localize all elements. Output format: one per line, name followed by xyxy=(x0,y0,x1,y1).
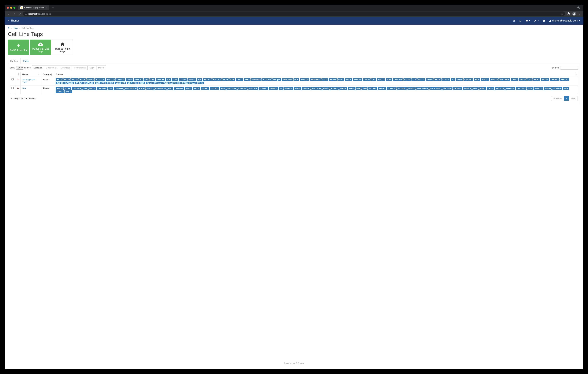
entry-tag[interactable]: HCE-4 xyxy=(345,78,352,81)
entry-tag[interactable]: OE19 xyxy=(222,78,229,81)
entry-tag[interactable]: HS940T xyxy=(201,87,209,90)
nav-upload[interactable] xyxy=(513,20,515,22)
entry-tag[interactable]: SCC9 xyxy=(321,78,328,81)
entry-tag[interactable]: KYSE-220 xyxy=(95,78,105,81)
tab-my-tags[interactable]: My Tags xyxy=(8,58,21,64)
entry-tag[interactable]: OACM5-1 xyxy=(550,78,559,81)
entry-tag[interactable]: OSC-20 xyxy=(56,82,64,84)
entry-tag[interactable]: OE33 xyxy=(172,78,178,81)
entry-tag[interactable]: KYSE-270 xyxy=(393,78,403,81)
entry-tag[interactable]: CP50-MEL-B xyxy=(154,87,167,90)
select-all-button[interactable]: Select all xyxy=(32,66,44,70)
entry-tag[interactable]: IGR37 xyxy=(348,87,355,90)
entry-tag[interactable]: CP67-MEL xyxy=(97,87,107,90)
browser-tab-active[interactable]: ⚡ Cell Line Tags | Thunor × xyxy=(18,5,49,10)
entry-tag[interactable]: COLO680N xyxy=(499,78,510,81)
entry-tag[interactable]: K2 xyxy=(279,87,283,90)
entry-tag[interactable]: GAK xyxy=(527,87,533,90)
entry-tag[interactable]: HN xyxy=(176,82,181,84)
entry-tag[interactable]: A375 xyxy=(220,87,226,90)
entry-tag[interactable]: COLO-783 xyxy=(311,87,322,90)
copy-button[interactable]: Copy xyxy=(87,66,96,70)
entry-tag[interactable]: WM115 xyxy=(88,87,96,90)
entry-tag[interactable]: C32 xyxy=(108,87,113,90)
minimize-window[interactable] xyxy=(10,7,12,9)
entry-tag[interactable]: FLO-1 xyxy=(337,78,344,81)
entry-tag[interactable]: PCI-4B xyxy=(519,78,527,81)
entry-tag[interactable]: KYAE-1 xyxy=(377,78,385,81)
th-entries[interactable]: Entries▲▼ xyxy=(54,72,578,77)
search-input[interactable] xyxy=(560,66,578,70)
entry-tag[interactable]: CP66-MEL xyxy=(174,87,184,90)
entry-tag[interactable]: SAS xyxy=(149,78,155,81)
entry-tag[interactable]: SKMEL3 xyxy=(269,87,278,90)
forward-button[interactable] xyxy=(12,12,16,16)
entry-tag[interactable]: SCC4 xyxy=(434,78,441,81)
entry-tag[interactable]: KYSE70 xyxy=(490,78,498,81)
entry-tag[interactable]: RVH421 xyxy=(330,87,339,90)
entry-tag[interactable]: BICR31 xyxy=(541,78,549,81)
entry-tag[interactable]: CAL33 xyxy=(126,78,133,81)
entry-tag[interactable]: PECAPJ15 xyxy=(83,82,94,84)
entry-tag[interactable]: LB2518-MEL xyxy=(429,87,442,90)
bookmark-star-icon[interactable]: ☆ xyxy=(561,13,563,15)
entry-tag[interactable]: HSC3 xyxy=(244,78,251,81)
entry-tag[interactable]: HMV-II xyxy=(322,87,330,90)
entry-tag[interactable]: A101D xyxy=(138,87,146,90)
entry-tag[interactable]: IGR1 xyxy=(167,87,173,90)
url-field[interactable]: ⓘ localhost/tags/cell_lines ☆ xyxy=(23,11,565,16)
entry-tag[interactable]: HSC2 xyxy=(79,78,86,81)
entry-tag[interactable]: Detroit562 xyxy=(251,78,262,81)
entry-tag[interactable]: WM278 xyxy=(339,87,347,90)
new-tab-button[interactable]: + xyxy=(51,6,55,10)
breadcrumb-home[interactable] xyxy=(8,27,10,29)
entry-tag[interactable]: KYSE520 xyxy=(300,78,309,81)
entry-tag[interactable]: PCI-30 xyxy=(63,78,71,81)
entry-tag[interactable]: SKMEL5 xyxy=(463,87,472,90)
entry-tag[interactable]: BHY xyxy=(127,82,133,84)
entry-tag[interactable]: DJM-1 xyxy=(479,87,486,90)
entry-tag[interactable]: COLO-679 xyxy=(516,87,526,90)
entry-tag[interactable]: TE10 xyxy=(139,82,145,84)
entry-tag[interactable]: WM1552C xyxy=(442,87,452,90)
entry-tag[interactable]: MMAC-SF xyxy=(505,87,515,90)
entry-tag[interactable]: SKMEL28 xyxy=(495,87,504,90)
download-button[interactable]: Download xyxy=(59,66,72,70)
entry-tag[interactable]: A431 xyxy=(563,87,569,90)
permissions-button[interactable]: Permissions xyxy=(72,66,87,70)
entry-tag[interactable]: HSC4 xyxy=(474,78,480,81)
entry-tag[interactable]: WM35 xyxy=(185,87,192,90)
tab-public[interactable]: Public xyxy=(21,58,31,64)
tag-name-link[interactable]: Skin xyxy=(22,87,26,89)
entry-tag[interactable]: LB373-MEL-D xyxy=(124,87,137,90)
entry-tag[interactable]: TE1 xyxy=(133,82,138,84)
entry-tag[interactable]: LOXIMVI xyxy=(210,87,219,90)
entry-tag[interactable]: TE5 xyxy=(166,78,171,81)
extensions-icon[interactable] xyxy=(566,12,571,16)
entry-tag[interactable]: JHU-029 xyxy=(116,78,125,81)
entry-tag[interactable]: SKMEL1 xyxy=(453,87,462,90)
entry-tag[interactable]: JHU-011 xyxy=(203,78,212,81)
entry-tag[interactable]: M14 xyxy=(356,87,361,90)
entry-tag[interactable]: A253 xyxy=(169,82,176,84)
entry-tag[interactable]: MZ2-MEL xyxy=(397,87,407,90)
entry-tag[interactable]: OE21 xyxy=(162,82,169,84)
entry-tag[interactable]: Ca9-22 xyxy=(363,78,371,81)
tag-name-link[interactable]: Aerodigestive Tract xyxy=(22,78,35,83)
reload-button[interactable] xyxy=(17,12,22,16)
entry-tag[interactable]: SKN-3 xyxy=(533,78,540,81)
entry-tag[interactable]: VMRC-MELG xyxy=(416,87,429,90)
entry-tag[interactable]: KYSE150 xyxy=(156,78,165,81)
upload-cell-line-tags-button[interactable]: Upload Cell Line Tags xyxy=(30,40,51,55)
entry-tag[interactable]: TE8 xyxy=(197,78,202,81)
close-window[interactable] xyxy=(7,7,9,9)
entry-tag[interactable]: KYSE510 xyxy=(64,82,74,84)
entry-tag[interactable]: 451Lu xyxy=(65,90,72,93)
entry-tag[interactable]: HO-1-N-1 xyxy=(212,78,222,81)
entry-tag[interactable]: KYSE410 xyxy=(262,78,272,81)
entry-tag[interactable]: BICR10 xyxy=(75,82,83,84)
entry-tag[interactable]: SCC-15 xyxy=(417,78,425,81)
nav-chart[interactable] xyxy=(519,20,522,22)
entry-tag[interactable]: BB30-HNC xyxy=(95,82,105,84)
maximize-window[interactable] xyxy=(13,7,15,9)
